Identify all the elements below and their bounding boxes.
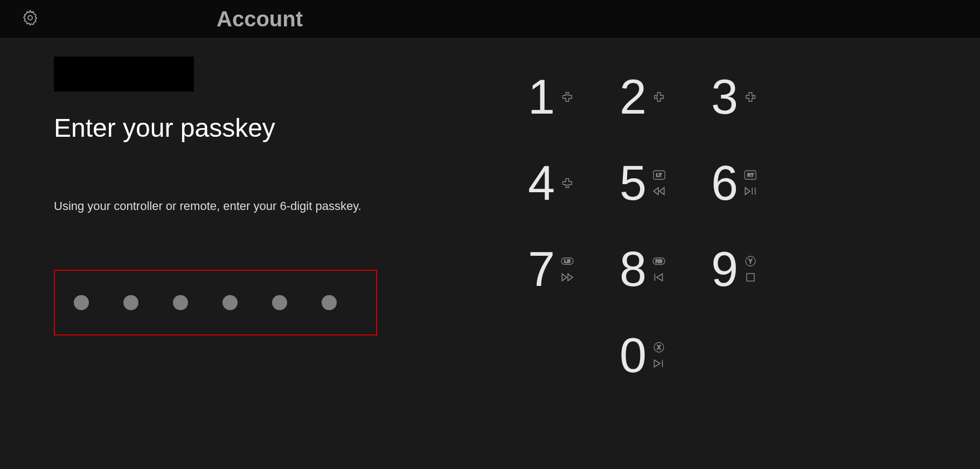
key-0[interactable]: 0 X [609,312,700,398]
key-digit: 0 [620,328,647,383]
svg-text:X: X [657,344,661,351]
lb-bumper-icon: LB [560,255,574,267]
skip-forward-icon [652,358,666,369]
key-digit: 5 [620,156,647,211]
passkey-dot [272,295,287,310]
svg-point-0 [28,16,32,20]
key-8[interactable]: 8 RB [609,226,700,312]
fast-forward-icon [560,271,574,283]
dpad-right-icon [743,91,757,103]
passkey-dot [223,295,238,310]
dpad-up-icon [560,91,574,103]
user-profile-block [54,57,194,92]
skip-back-icon [652,271,666,283]
dpad-left-icon [652,91,666,103]
rt-trigger-icon: RT [743,169,757,181]
dpad-down-icon [560,177,574,189]
svg-text:LT: LT [656,172,662,178]
svg-text:LB: LB [564,258,571,264]
passkey-dot [173,295,188,310]
rb-bumper-icon: RB [652,255,666,267]
keypad: 1 2 3 4 5 LT 6 RT 7 [517,54,792,398]
header-bar: Account [0,0,980,38]
key-9[interactable]: 9 Y [700,226,792,312]
svg-text:RT: RT [747,172,754,178]
key-2[interactable]: 2 [609,54,700,140]
rewind-icon [652,185,666,197]
settings-icon[interactable] [22,9,39,29]
lt-trigger-icon: LT [652,169,666,181]
key-digit: 6 [711,156,738,211]
stop-icon [743,271,757,283]
y-button-icon: Y [743,255,757,267]
key-1[interactable]: 1 [517,54,609,140]
key-digit: 8 [620,242,647,297]
svg-text:Y: Y [748,258,753,264]
key-digit: 7 [528,242,555,297]
passkey-dot [322,295,337,310]
key-6[interactable]: 6 RT [700,140,792,226]
x-button-icon: X [652,341,666,353]
play-pause-icon [743,185,757,197]
svg-text:RB: RB [656,258,663,264]
key-4[interactable]: 4 [517,140,609,226]
passkey-dot [123,295,138,310]
key-digit: 2 [620,69,647,125]
key-digit: 3 [711,69,738,125]
svg-rect-9 [747,274,754,281]
key-7[interactable]: 7 LB [517,226,609,312]
key-digit: 1 [528,69,555,125]
key-3[interactable]: 3 [700,54,792,140]
header-title: Account [217,7,303,31]
key-digit: 9 [711,242,738,297]
passkey-input[interactable] [54,270,377,335]
key-digit: 4 [528,156,555,211]
passkey-dot [74,295,89,310]
key-5[interactable]: 5 LT [609,140,700,226]
